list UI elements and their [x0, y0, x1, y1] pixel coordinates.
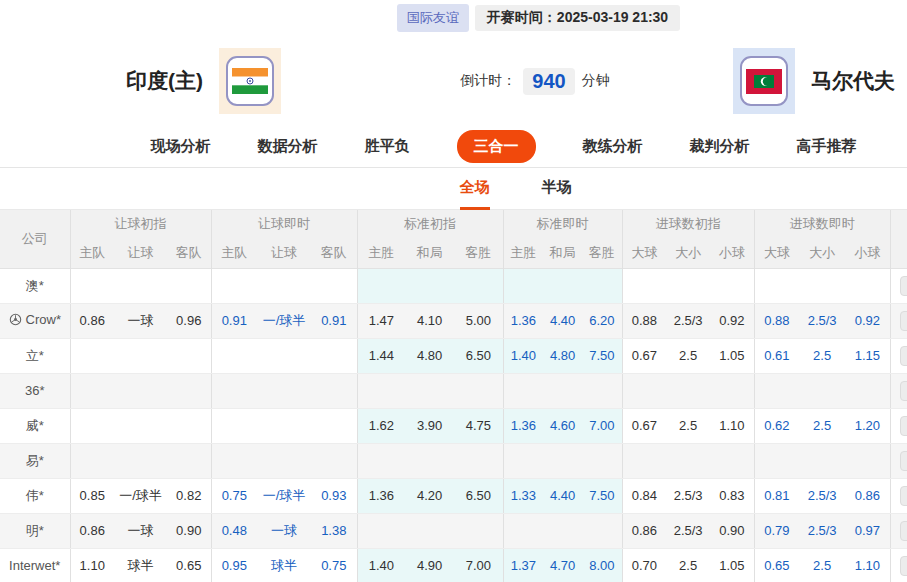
company-cell: 澳*	[0, 268, 70, 303]
odds-cell	[454, 443, 503, 478]
company-name: 威*	[26, 417, 44, 435]
row-action-button[interactable]	[900, 556, 907, 576]
row-action-button[interactable]	[900, 486, 907, 506]
odds-cell: 2.5	[799, 338, 845, 373]
odds-cell	[311, 443, 357, 478]
period-tab-0[interactable]: 全场	[460, 168, 490, 210]
odds-cell	[167, 408, 211, 443]
odds-cell: 0.88	[754, 303, 799, 338]
nav-tab-4[interactable]: 教练分析	[583, 137, 643, 156]
odds-cell: 0.67	[622, 408, 666, 443]
nav-tab-5[interactable]: 裁判分析	[690, 137, 750, 156]
odds-cell: 4.80	[405, 338, 454, 373]
row-action-button[interactable]	[900, 416, 907, 436]
odds-cell: 0.90	[710, 513, 754, 548]
odds-cell: 1.37	[503, 548, 543, 582]
group-header-4: 进球数初指	[622, 210, 754, 238]
odds-cell: 7.00	[582, 408, 622, 443]
odds-cell: 4.40	[543, 478, 582, 513]
row-action-button[interactable]	[900, 311, 907, 331]
odds-cell: 4.40	[543, 303, 582, 338]
odds-cell: 2.5	[666, 548, 710, 582]
row-action-cell	[890, 443, 907, 478]
odds-cell: 2.5	[799, 408, 845, 443]
odds-cell	[754, 373, 799, 408]
odds-cell	[845, 268, 890, 303]
odds-cell	[799, 443, 845, 478]
row-action-cell	[890, 548, 907, 582]
company-name: 立*	[26, 347, 44, 365]
odds-cell	[543, 513, 582, 548]
odds-cell	[666, 268, 710, 303]
odds-cell	[70, 443, 114, 478]
row-action-button[interactable]	[900, 521, 907, 541]
nav-tab-2[interactable]: 胜平负	[365, 137, 410, 156]
odds-cell	[114, 408, 167, 443]
table-row: Interwet*1.10球半0.650.95球半0.751.404.907.0…	[0, 548, 907, 582]
column-header: 让球	[114, 238, 167, 268]
odds-cell	[311, 268, 357, 303]
odds-cell: 8.00	[582, 548, 622, 582]
company-name: Crow*	[26, 312, 61, 327]
nav-tab-6[interactable]: 高手推荐	[797, 137, 857, 156]
company-cell: 伟*	[0, 478, 70, 513]
odds-cell	[666, 443, 710, 478]
maldives-flag-image	[746, 69, 782, 94]
match-header: 印度(主) 倒计时： 940 分钟	[0, 36, 907, 126]
odds-cell	[622, 268, 666, 303]
nav-tab-1[interactable]: 数据分析	[258, 137, 318, 156]
row-action-button[interactable]	[900, 381, 907, 401]
row-action-button[interactable]	[900, 451, 907, 471]
odds-cell: 2.5/3	[666, 513, 710, 548]
odds-cell: 一球	[114, 513, 167, 548]
odds-cell: 0.84	[622, 478, 666, 513]
odds-cell	[211, 338, 257, 373]
company-cell: Crow*	[0, 303, 70, 338]
column-header: 客队	[167, 238, 211, 268]
odds-cell	[454, 373, 503, 408]
odds-cell	[543, 373, 582, 408]
column-header: 小球	[845, 238, 890, 268]
odds-cell: 0.67	[622, 338, 666, 373]
odds-cell	[710, 268, 754, 303]
period-tab-1[interactable]: 半场	[542, 168, 572, 210]
odds-cell	[70, 408, 114, 443]
odds-cell: 一/球半	[257, 303, 311, 338]
row-action-cell	[890, 338, 907, 373]
odds-cell	[503, 268, 543, 303]
league-badge[interactable]: 国际友谊	[397, 4, 469, 32]
odds-cell	[211, 268, 257, 303]
away-team-name: 马尔代夫	[811, 67, 895, 95]
row-action-cell	[890, 513, 907, 548]
odds-cell: 3.90	[405, 408, 454, 443]
odds-cell: 0.95	[211, 548, 257, 582]
odds-cell: 0.81	[754, 478, 799, 513]
odds-cell	[311, 408, 357, 443]
odds-cell	[167, 338, 211, 373]
odds-cell: 2.5/3	[799, 513, 845, 548]
soccer-ball-icon	[9, 313, 22, 326]
odds-cell: 一/球半	[257, 478, 311, 513]
odds-cell	[582, 443, 622, 478]
row-action-button[interactable]	[900, 276, 907, 296]
odds-cell: 1.33	[503, 478, 543, 513]
odds-cell: 7.50	[582, 338, 622, 373]
group-header-0: 让球初指	[70, 210, 211, 238]
odds-cell	[754, 268, 799, 303]
odds-cell: 0.92	[845, 303, 890, 338]
row-action-cell	[890, 268, 907, 303]
odds-cell	[257, 443, 311, 478]
odds-cell: 0.62	[754, 408, 799, 443]
nav-tab-3[interactable]: 三合一	[457, 130, 536, 163]
table-row: 澳*	[0, 268, 907, 303]
row-action-button[interactable]	[900, 346, 907, 366]
nav-tab-0[interactable]: 现场分析	[151, 137, 211, 156]
kickoff-time-badge: 开赛时间：2025-03-19 21:30	[475, 5, 680, 31]
column-header: 大球	[754, 238, 799, 268]
column-header: 主队	[70, 238, 114, 268]
group-header-2: 标准初指	[357, 210, 503, 238]
column-header: 和局	[405, 238, 454, 268]
company-name: 易*	[26, 452, 44, 470]
odds-cell: 1.15	[845, 338, 890, 373]
odds-cell: 0.75	[311, 548, 357, 582]
